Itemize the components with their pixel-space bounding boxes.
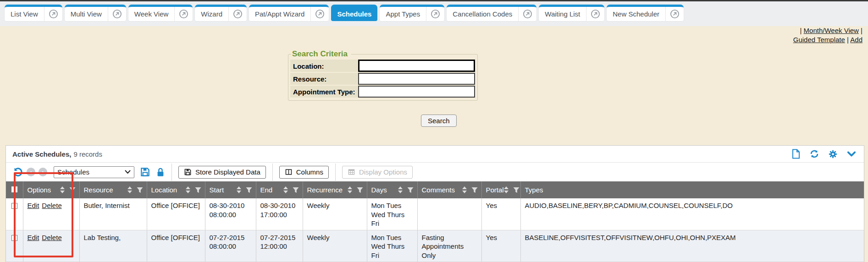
lock-icon[interactable]	[156, 167, 165, 177]
external-link-icon[interactable]	[426, 7, 444, 21]
types-cell: AUDIO,BASELINE,BERY,BP,CADMIUM,COUNSEL,C…	[520, 198, 864, 230]
filter-icon[interactable]	[407, 187, 414, 193]
delete-link[interactable]: Delete	[42, 202, 61, 209]
refresh-icon[interactable]	[809, 149, 819, 159]
active-schedules-panel: Active Schedules, 9 records ‹ › Schedule…	[6, 145, 864, 262]
portal-cell: Yes	[481, 198, 520, 230]
filter-icon[interactable]	[69, 187, 76, 193]
display-options-label: Display Options	[359, 168, 407, 176]
tab-pat-appt-wizard[interactable]: Pat/Appt Wizard	[249, 5, 329, 21]
tab-waiting-list[interactable]: Waiting List	[539, 5, 604, 21]
tab-label: Cancellation Codes	[447, 7, 518, 21]
next-icon[interactable]: ›	[39, 168, 47, 176]
delete-link[interactable]: Delete	[42, 234, 61, 241]
row-checkbox[interactable]	[11, 203, 17, 209]
search-row-appointment-type: Appointment Type:	[290, 86, 475, 98]
tab-week-view[interactable]: Week View	[128, 5, 193, 21]
location-label: Location:	[290, 60, 358, 72]
tab-list-view[interactable]: List View	[5, 5, 62, 21]
tab-cancellation-codes[interactable]: Cancellation Codes	[447, 5, 536, 21]
add-link[interactable]: Add	[850, 36, 862, 44]
save-icon[interactable]	[140, 167, 150, 177]
location-cell: Office [OFFICE]	[147, 198, 205, 230]
schedules-table: Options Resource Location Start End Recu…	[6, 181, 864, 262]
resource-cell: Butler, Internist	[79, 198, 147, 230]
tab-appt-types[interactable]: Appt Types	[380, 5, 444, 21]
panel-title: Active Schedules,	[12, 150, 71, 158]
tab-schedules[interactable]: Schedules	[331, 5, 377, 21]
portal-cell: Yes	[481, 230, 520, 262]
filter-icon[interactable]	[137, 187, 143, 193]
separator: |	[800, 27, 802, 34]
tab-label: Multi View	[65, 7, 108, 21]
sort-icon[interactable]	[60, 186, 65, 193]
select-all-checkbox[interactable]	[11, 186, 17, 192]
tab-label: List View	[5, 7, 44, 21]
column-header-portal: Portal	[486, 186, 504, 194]
external-link-icon[interactable]	[665, 7, 684, 21]
view-select[interactable]: Schedules	[54, 166, 134, 178]
external-link-icon[interactable]	[310, 7, 329, 21]
sort-icon[interactable]	[283, 186, 288, 193]
tab-multi-view[interactable]: Multi View	[65, 5, 126, 21]
gear-icon[interactable]	[828, 149, 838, 159]
tab-new-scheduler[interactable]: New Scheduler	[607, 5, 684, 21]
sort-icon[interactable]	[398, 186, 403, 193]
external-link-icon[interactable]	[174, 7, 193, 21]
filter-icon[interactable]	[293, 187, 299, 193]
row-checkbox[interactable]	[11, 235, 17, 241]
comments-cell	[417, 198, 481, 230]
external-link-icon[interactable]	[518, 7, 536, 21]
tab-wizard[interactable]: Wizard	[195, 5, 247, 21]
filter-icon[interactable]	[195, 187, 201, 193]
external-link-icon[interactable]	[108, 7, 126, 21]
external-link-icon[interactable]	[586, 7, 604, 21]
appointment-type-input[interactable]	[358, 86, 475, 98]
tab-label: Waiting List	[539, 7, 586, 21]
search-criteria-box: Search Criteria Location: Resource: Appo…	[288, 49, 478, 101]
external-link-icon[interactable]	[228, 7, 247, 21]
search-button[interactable]: Search	[421, 115, 457, 127]
tab-label: New Scheduler	[607, 7, 665, 21]
filter-icon[interactable]	[471, 187, 478, 193]
toolbar-divider	[171, 164, 172, 181]
chevron-down-icon[interactable]	[846, 149, 857, 158]
store-displayed-data-button[interactable]: Store Displayed Data	[178, 166, 266, 179]
filter-icon[interactable]	[513, 187, 520, 193]
recurrence-cell: Weekly	[303, 198, 367, 230]
column-header-location: Location	[151, 186, 177, 194]
recurrence-cell: Weekly	[303, 230, 367, 262]
edit-link[interactable]: Edit	[28, 202, 39, 209]
location-input[interactable]	[358, 60, 475, 72]
quick-links-row-1: | Month/Week View |	[793, 26, 862, 35]
month-week-view-link[interactable]: Month/Week View	[804, 27, 859, 34]
quick-links: | Month/Week View | Guided Template | Ad…	[793, 26, 862, 44]
grid-toolbar: ‹ › Schedules Store Displayed Data Colum…	[6, 163, 864, 181]
resource-input[interactable]	[358, 73, 475, 85]
appointment-type-label: Appointment Type:	[290, 86, 358, 98]
search-row-resource: Resource:	[290, 73, 475, 85]
column-header-recurrence: Recurrence	[307, 186, 343, 194]
location-cell: Office [OFFICE]	[147, 230, 205, 262]
toolbar-divider	[272, 164, 273, 181]
sort-icon[interactable]	[348, 186, 352, 193]
sort-icon[interactable]	[462, 186, 467, 193]
filter-icon[interactable]	[357, 187, 363, 193]
undo-icon[interactable]	[12, 167, 23, 178]
days-cell: Mon Tues Wed Thurs Fri	[367, 230, 417, 262]
sort-icon[interactable]	[127, 186, 132, 193]
column-header-comments: Comments	[422, 186, 455, 194]
edit-link[interactable]: Edit	[28, 234, 39, 241]
external-link-icon[interactable]	[44, 7, 62, 21]
filter-icon[interactable]	[246, 187, 252, 193]
prev-icon[interactable]: ‹	[27, 168, 35, 176]
resource-cell: Lab Testing,	[79, 230, 147, 262]
top-tab-bar: List View Multi View Week View Wizard Pa…	[0, 0, 868, 26]
sort-icon[interactable]	[237, 186, 241, 193]
columns-button[interactable]: Columns	[279, 166, 329, 179]
sort-icon[interactable]	[504, 186, 509, 193]
guided-template-link[interactable]: Guided Template	[793, 36, 845, 44]
new-file-icon[interactable]	[791, 149, 801, 159]
column-header-types: Types	[525, 186, 543, 194]
sort-icon[interactable]	[186, 186, 190, 193]
